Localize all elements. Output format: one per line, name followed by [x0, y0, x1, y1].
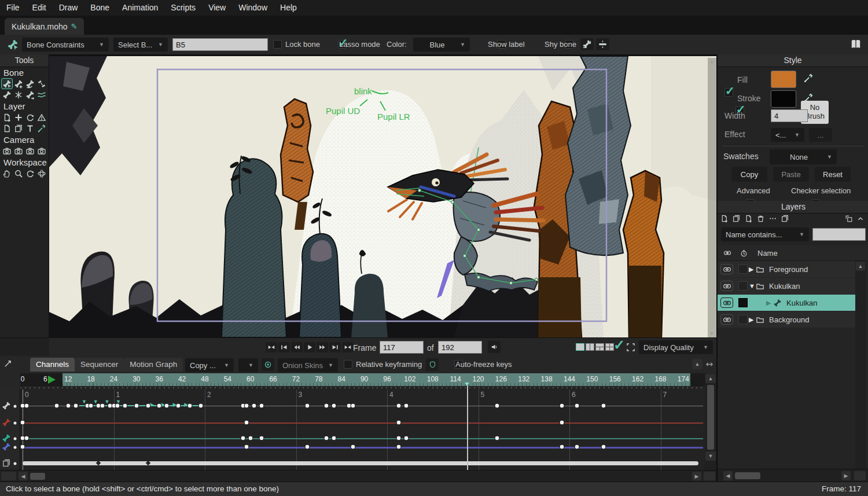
playhead-line[interactable]: [467, 386, 468, 470]
onion-skin-toggle-button[interactable]: [262, 358, 274, 371]
total-frames-input[interactable]: [438, 341, 482, 354]
keyframe[interactable]: [54, 403, 60, 409]
keyframe[interactable]: [198, 403, 204, 409]
keyframe[interactable]: [350, 444, 355, 450]
keyframe[interactable]: [73, 403, 78, 409]
eyedropper-tool[interactable]: [36, 123, 47, 134]
onion-skins-dropdown[interactable]: Onion Skins▼: [278, 358, 338, 372]
expand-timeline-icon[interactable]: [705, 360, 714, 369]
single-view-button[interactable]: [576, 343, 584, 351]
layer-row-kukulkan[interactable]: ▼ Kukulkan: [718, 278, 855, 294]
layer-filter-dropdown[interactable]: Name contains...▼: [721, 227, 809, 241]
paste-style-button[interactable]: Paste: [773, 167, 809, 182]
keyframe[interactable]: [244, 444, 249, 450]
keyframe[interactable]: [259, 403, 264, 409]
menu-animation[interactable]: Animation: [116, 0, 164, 16]
keyframe[interactable]: [324, 403, 329, 409]
relative-keyframing-checkbox[interactable]: [344, 360, 352, 369]
layer-stack-tool[interactable]: [13, 123, 24, 134]
bone-label-pupil-lr[interactable]: Pupil LR: [377, 112, 410, 122]
menu-help[interactable]: Help: [274, 0, 303, 16]
scroll-down-icon[interactable]: ▼: [709, 331, 714, 336]
track-camera-tool[interactable]: [1, 145, 13, 156]
effect-more-button[interactable]: ...: [809, 128, 832, 142]
playback-start-marker[interactable]: [48, 376, 56, 384]
layer-color-swatch[interactable]: [738, 281, 748, 291]
keyframe[interactable]: [157, 403, 162, 409]
keyframe[interactable]: [495, 403, 500, 409]
keyframe[interactable]: [176, 403, 181, 409]
layer-add-tool[interactable]: [13, 112, 24, 123]
layer-row-foreground[interactable]: ▶ Foreground: [718, 261, 855, 277]
split-bone-tool[interactable]: [36, 78, 47, 89]
step-back-button[interactable]: [291, 342, 303, 352]
bone-label-blink[interactable]: blink: [354, 86, 372, 96]
collapse-timeline-button[interactable]: ▲: [692, 359, 703, 369]
library-book-icon[interactable]: [849, 38, 862, 50]
scroll-right-icon[interactable]: ▶: [692, 472, 701, 480]
tab-sequencer[interactable]: Sequencer: [75, 358, 124, 372]
layer-expand-arrow[interactable]: ▶: [749, 266, 756, 273]
menu-file[interactable]: File: [0, 0, 26, 16]
layer-expand-arrow[interactable]: ▼: [749, 282, 756, 289]
tab-motion-graph[interactable]: Motion Graph: [124, 358, 183, 372]
orbit-view-tool[interactable]: [36, 168, 47, 179]
keyframe[interactable]: [20, 444, 25, 450]
document-tab[interactable]: Kukulkan.moho ✎: [5, 18, 84, 35]
layer-row-kukulkan[interactable]: ▶ Kukulkan: [718, 295, 855, 311]
display-quality-dropdown[interactable]: Display Quality▼: [639, 340, 713, 354]
keyframe[interactable]: [100, 403, 105, 409]
pan-tool-tool[interactable]: [1, 168, 13, 179]
layers-vertical-scrollbar[interactable]: ▲: [855, 261, 866, 469]
keyframe[interactable]: [403, 403, 409, 409]
keyframe[interactable]: [305, 444, 310, 450]
scroll-left-icon[interactable]: ◀: [19, 472, 28, 480]
jump-to-loop-start-button[interactable]: [266, 342, 277, 352]
swatches-dropdown[interactable]: None▼: [770, 149, 837, 164]
layer-rotate-tool[interactable]: [24, 112, 36, 123]
effect-dropdown[interactable]: <...▼: [771, 128, 804, 142]
pan-tilt-camera-tool[interactable]: [36, 145, 47, 156]
select-bone-tool[interactable]: [1, 78, 13, 89]
mute-button[interactable]: [488, 341, 501, 353]
keyframe[interactable]: [244, 403, 249, 409]
keyframe[interactable]: [24, 436, 29, 441]
keyframe[interactable]: [187, 403, 192, 409]
reparent-bone-tool[interactable]: [24, 78, 36, 89]
keyframe[interactable]: [601, 444, 606, 450]
layer-expand-arrow[interactable]: ▶: [749, 316, 756, 324]
scrollbar-thumb[interactable]: [30, 473, 45, 480]
layers-horizontal-scrollbar[interactable]: ◀ ▶: [718, 469, 868, 482]
stroke-color-swatch[interactable]: [771, 90, 796, 108]
layer-visibility-toggle[interactable]: [720, 264, 733, 274]
bone-dynamics-tool[interactable]: [36, 89, 47, 100]
layer-origin-tool[interactable]: [36, 112, 47, 123]
delete-layer-button[interactable]: [756, 214, 765, 225]
menu-scripts[interactable]: Scripts: [164, 0, 202, 16]
layer-color-swatch[interactable]: [738, 298, 748, 307]
keyframe[interactable]: [89, 403, 94, 409]
copy-frames-dropdown[interactable]: Copy ...▼: [185, 358, 234, 372]
scrollbar-thumb[interactable]: [735, 472, 760, 479]
bone-scale-channel[interactable]: [2, 442, 11, 453]
keyframe-shield-button[interactable]: [426, 358, 439, 371]
roll-camera-tool[interactable]: [24, 145, 36, 156]
zoom-camera-tool[interactable]: [13, 145, 24, 156]
frame-bounds-icon[interactable]: [626, 343, 635, 352]
timeline-vertical-scrollbar[interactable]: ▲ ▼: [705, 373, 716, 470]
bone-translate-button[interactable]: [596, 38, 609, 50]
layer-transform-tool[interactable]: [1, 112, 13, 123]
keyframe[interactable]: [145, 403, 150, 409]
menu-view[interactable]: View: [202, 0, 232, 16]
layer-color-swatch[interactable]: [738, 264, 748, 274]
keyframe[interactable]: [350, 403, 355, 409]
keyframe[interactable]: [559, 420, 564, 425]
keyframe[interactable]: [115, 403, 120, 409]
keyframe[interactable]: [332, 403, 337, 409]
float-panel-button[interactable]: [845, 215, 853, 225]
layer-expand-arrow[interactable]: ▶: [766, 299, 773, 307]
timeline-ruler[interactable]: 0612182430364248546066727884909610210811…: [20, 373, 705, 386]
scroll-up-icon[interactable]: ▲: [705, 374, 716, 383]
keyframe[interactable]: [259, 436, 264, 441]
keyframe[interactable]: [396, 436, 401, 441]
